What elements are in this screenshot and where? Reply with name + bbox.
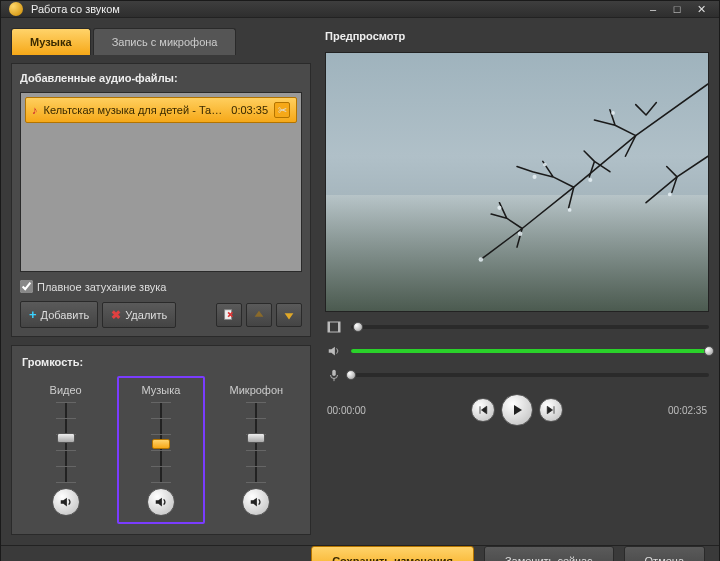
plus-icon: +: [29, 307, 37, 322]
sound-editor-window: Работа со звуком – □ ✕ Музыка Запись с м…: [0, 0, 720, 561]
play-button[interactable]: [501, 394, 533, 426]
delete-button[interactable]: ✖ Удалить: [102, 302, 176, 328]
svg-rect-12: [338, 322, 340, 332]
arrow-down-icon: [282, 308, 296, 322]
document-x-icon: [222, 308, 236, 322]
delete-icon: ✖: [111, 308, 121, 322]
main-body: Музыка Запись с микрофона Добавленные ау…: [1, 18, 719, 545]
time-current: 00:00:00: [327, 405, 366, 416]
svg-point-5: [611, 111, 615, 115]
source-tabs: Музыка Запись с микрофона: [11, 28, 311, 55]
mic-knob[interactable]: [346, 370, 356, 380]
volume-music-column: Музыка: [117, 376, 204, 524]
left-column: Музыка Запись с микрофона Добавленные ау…: [11, 28, 311, 535]
transport-buttons: [376, 394, 658, 426]
tab-music[interactable]: Музыка: [11, 28, 91, 55]
footer: Сохранить изменения Заменить сейчас Отме…: [1, 545, 719, 561]
audio-knob[interactable]: [704, 346, 714, 356]
next-button[interactable]: [539, 398, 563, 422]
volume-video-slider[interactable]: [54, 402, 78, 482]
svg-point-8: [543, 163, 547, 167]
volume-music-slider[interactable]: [149, 402, 173, 482]
microphone-icon: [325, 368, 343, 382]
mute-music-button[interactable]: [147, 488, 175, 516]
svg-point-1: [518, 231, 523, 236]
audio-file-list[interactable]: ♪ Кельтская музыка для детей - Танец-ht.…: [20, 92, 302, 272]
tab-microphone[interactable]: Запись с микрофона: [93, 28, 237, 55]
minimize-icon: –: [650, 3, 656, 15]
volume-grid: Видео Музыка: [22, 376, 300, 524]
right-column: Предпросмотр: [325, 28, 709, 535]
preview-heading: Предпросмотр: [325, 28, 709, 46]
volume-mic-slider[interactable]: [244, 402, 268, 482]
add-button[interactable]: + Добавить: [20, 301, 98, 328]
file-buttons-row: + Добавить ✖ Удалить: [20, 301, 302, 328]
cancel-button[interactable]: Отмена: [624, 546, 705, 561]
preview-frame-art: [326, 53, 708, 312]
volume-panel: Громкость: Видео Муз: [11, 345, 311, 535]
volume-video-column: Видео: [22, 376, 109, 524]
skip-forward-icon: [545, 404, 557, 416]
transport-bar: 00:00:00 00:02:35: [325, 390, 709, 430]
svg-point-3: [532, 175, 536, 179]
files-heading: Добавленные аудио-файлы:: [20, 72, 302, 84]
trim-button[interactable]: ✂: [274, 102, 290, 118]
music-note-icon: ♪: [32, 104, 38, 116]
speaker-icon: [249, 495, 263, 509]
svg-rect-13: [332, 370, 336, 376]
video-preview[interactable]: [325, 52, 709, 312]
replace-now-button[interactable]: Заменить сейчас: [484, 546, 614, 561]
remove-file-button[interactable]: [216, 303, 242, 327]
file-duration: 0:03:35: [231, 104, 268, 116]
svg-point-2: [497, 206, 501, 210]
mute-mic-button[interactable]: [242, 488, 270, 516]
volume-heading: Громкость:: [22, 356, 300, 368]
play-icon: [509, 402, 525, 418]
mute-video-button[interactable]: [52, 488, 80, 516]
maximize-button[interactable]: □: [667, 1, 687, 17]
app-icon: [9, 2, 23, 16]
arrow-up-icon: [252, 308, 266, 322]
minimize-button[interactable]: –: [643, 1, 663, 17]
fade-label: Плавное затухание звука: [37, 281, 166, 293]
close-icon: ✕: [697, 3, 706, 16]
delete-label: Удалить: [125, 309, 167, 321]
fade-checkbox-row[interactable]: Плавное затухание звука: [20, 280, 302, 293]
file-name: Кельтская музыка для детей - Танец-ht...: [44, 104, 226, 116]
film-icon: [325, 320, 343, 334]
volume-mic-label: Микрофон: [230, 384, 284, 396]
save-button[interactable]: Сохранить изменения: [311, 546, 474, 561]
titlebar: Работа со звуком – □ ✕: [1, 1, 719, 18]
seek-knob[interactable]: [353, 322, 363, 332]
svg-point-4: [588, 178, 592, 182]
seek-track[interactable]: [351, 325, 709, 329]
audio-track[interactable]: [351, 349, 709, 353]
speaker-icon: [154, 495, 168, 509]
seek-track-row: [325, 318, 709, 336]
prev-button[interactable]: [471, 398, 495, 422]
slider-thumb[interactable]: [152, 439, 170, 449]
mic-track[interactable]: [351, 373, 709, 377]
audio-file-item[interactable]: ♪ Кельтская музыка для детей - Танец-ht.…: [25, 97, 297, 123]
svg-point-6: [479, 257, 484, 262]
time-total: 00:02:35: [668, 405, 707, 416]
svg-point-9: [668, 193, 672, 197]
speaker-small-icon: [325, 344, 343, 358]
mic-track-row: [325, 366, 709, 384]
volume-music-label: Музыка: [142, 384, 181, 396]
svg-rect-11: [328, 322, 330, 332]
skip-back-icon: [477, 404, 489, 416]
fade-checkbox[interactable]: [20, 280, 33, 293]
svg-point-7: [568, 208, 572, 212]
audio-track-row: [325, 342, 709, 360]
add-label: Добавить: [41, 309, 90, 321]
slider-thumb[interactable]: [57, 433, 75, 443]
move-up-button[interactable]: [246, 303, 272, 327]
speaker-icon: [59, 495, 73, 509]
window-title: Работа со звуком: [31, 3, 639, 15]
scissors-icon: ✂: [278, 104, 287, 117]
files-panel: Добавленные аудио-файлы: ♪ Кельтская муз…: [11, 63, 311, 337]
move-down-button[interactable]: [276, 303, 302, 327]
slider-thumb[interactable]: [247, 433, 265, 443]
close-button[interactable]: ✕: [691, 1, 711, 17]
